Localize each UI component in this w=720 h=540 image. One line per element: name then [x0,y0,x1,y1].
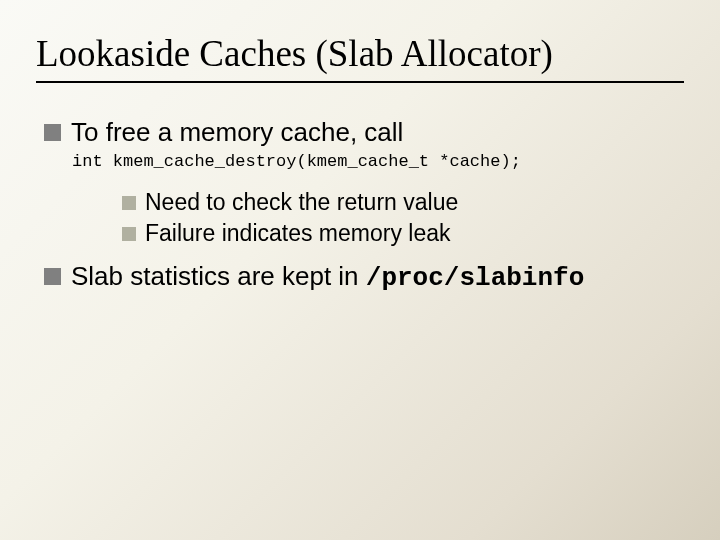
square-bullet-icon [122,227,136,241]
spacer [36,251,684,261]
inline-code: /proc/slabinfo [366,263,584,293]
bullet-level2: Failure indicates memory leak [122,220,684,247]
square-bullet-icon [122,196,136,210]
bullet-level1: Slab statistics are kept in /proc/slabin… [44,261,684,293]
square-bullet-icon [44,268,61,285]
bullet-list: To free a memory cache, call int kmem_ca… [36,117,684,293]
slide-title: Lookaside Caches (Slab Allocator) [36,32,684,75]
bullet-text: To free a memory cache, call [71,117,403,148]
bullet-text: Need to check the return value [145,189,458,216]
code-line: int kmem_cache_destroy(kmem_cache_t *cac… [72,152,684,171]
title-underline [36,81,684,83]
bullet-level2: Need to check the return value [122,189,684,216]
bullet-text: Failure indicates memory leak [145,220,451,247]
bullet-text: Slab statistics are kept in /proc/slabin… [71,261,584,293]
slide: Lookaside Caches (Slab Allocator) To fre… [0,0,720,540]
bullet-text-prefix: Slab statistics are kept in [71,261,366,291]
bullet-level1: To free a memory cache, call [44,117,684,148]
square-bullet-icon [44,124,61,141]
